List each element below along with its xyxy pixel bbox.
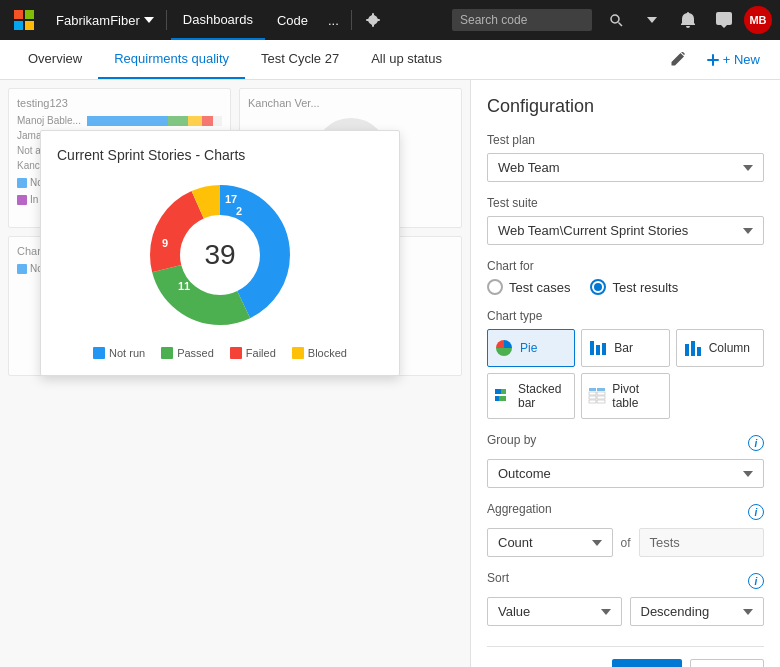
overlay-title: Current Sprint Stories - Charts (57, 147, 383, 163)
chart-type-pie[interactable]: Pie (487, 329, 575, 367)
aggregation-label: Aggregation (487, 502, 552, 516)
svg-rect-31 (597, 388, 605, 391)
svg-rect-20 (590, 341, 594, 355)
chart-for-label: Chart for (487, 259, 764, 273)
sort-info-icon[interactable]: i (748, 573, 764, 589)
radio-test-results[interactable]: Test results (590, 279, 678, 295)
svg-rect-32 (589, 392, 596, 395)
chart-overlay: Current Sprint Stories - Charts (40, 130, 400, 376)
sub-nav: Overview Requirments quality Test Cycle … (0, 40, 780, 80)
group-by-select[interactable]: Outcome (487, 459, 764, 488)
chat-icon[interactable] (708, 4, 740, 36)
nav-dashboards[interactable]: Dashboards (171, 0, 265, 40)
nav-separator-2 (351, 10, 352, 30)
test-plan-section: Test plan Web Team (487, 133, 764, 182)
sort-row: Value Descending (487, 597, 764, 626)
nav-more[interactable]: ... (320, 9, 347, 32)
search-input[interactable] (452, 9, 592, 31)
search-icon[interactable] (600, 4, 632, 36)
aggregation-info-icon[interactable]: i (748, 504, 764, 520)
svg-rect-33 (597, 392, 605, 395)
nav-code[interactable]: Code (265, 0, 320, 40)
svg-rect-30 (589, 388, 596, 391)
tab-overview[interactable]: Overview (12, 40, 98, 79)
sub-nav-actions: + New (663, 40, 768, 79)
svg-rect-22 (602, 343, 606, 355)
chart-type-label: Chart type (487, 309, 764, 323)
chart-for-section: Chart for Test cases Test results (487, 259, 764, 295)
svg-point-4 (611, 15, 619, 23)
chart-type-bar[interactable]: Bar (581, 329, 669, 367)
svg-rect-35 (597, 396, 605, 399)
svg-rect-24 (691, 341, 695, 356)
settings-nav-icon[interactable] (356, 4, 388, 36)
test-suite-section: Test suite Web Team\Current Sprint Stori… (487, 196, 764, 245)
test-plan-select[interactable]: Web Team (487, 153, 764, 182)
donut-legend: Not run Passed Failed Blocked (57, 347, 383, 359)
aggregation-row: Count of Tests (487, 528, 764, 557)
group-by-info-icon[interactable]: i (748, 435, 764, 451)
svg-rect-28 (495, 396, 499, 401)
top-nav: FabrikamFiber Dashboards Code ... (0, 0, 780, 40)
svg-rect-1 (25, 10, 34, 19)
aggregation-count-select[interactable]: Count (487, 528, 613, 557)
svg-line-5 (619, 23, 623, 27)
svg-rect-37 (597, 400, 605, 403)
left-panel: testing123 Manoj Bable... Jamal Hartn... (0, 80, 470, 667)
group-by-section: Group by i Outcome (487, 433, 764, 488)
tab-all-status[interactable]: All up status (355, 40, 458, 79)
radio-circle-test-cases (487, 279, 503, 295)
aggregation-tests-label: Tests (639, 528, 765, 557)
new-button[interactable]: + New (699, 48, 768, 71)
svg-rect-36 (589, 400, 596, 403)
svg-rect-25 (697, 347, 701, 356)
chart-for-radio-group: Test cases Test results (487, 279, 764, 295)
bar-icon (588, 338, 608, 358)
aggregation-section: Aggregation i Count of Tests (487, 502, 764, 557)
sort-direction-select[interactable]: Descending (630, 597, 765, 626)
edit-icon[interactable] (663, 46, 691, 74)
legend-failed: Failed (230, 347, 276, 359)
svg-rect-3 (25, 21, 34, 30)
chart-type-section: Chart type Pie (487, 309, 764, 419)
test-suite-select[interactable]: Web Team\Current Sprint Stories (487, 216, 764, 245)
cancel-button[interactable]: Cancel (690, 659, 764, 667)
svg-rect-21 (596, 345, 600, 355)
save-button[interactable]: Save (612, 659, 682, 667)
legend-not-run: Not run (93, 347, 145, 359)
test-plan-label: Test plan (487, 133, 764, 147)
sort-value-select[interactable]: Value (487, 597, 622, 626)
radio-circle-test-results (590, 279, 606, 295)
svg-rect-2 (14, 21, 23, 30)
org-name[interactable]: FabrikamFiber (48, 9, 162, 32)
nav-separator (166, 10, 167, 30)
svg-rect-34 (589, 396, 596, 399)
group-by-label: Group by (487, 433, 536, 447)
svg-rect-0 (14, 10, 23, 19)
user-avatar[interactable]: MB (744, 6, 772, 34)
config-panel: Configuration Test plan Web Team Test su… (470, 80, 780, 667)
donut-chart: 39 17 11 9 2 (57, 175, 383, 335)
svg-rect-23 (685, 344, 689, 356)
chart-type-grid: Pie Bar (487, 329, 764, 367)
main-content: testing123 Manoj Bable... Jamal Hartn... (0, 80, 780, 667)
tab-test-cycle[interactable]: Test Cycle 27 (245, 40, 355, 79)
sort-section: Sort i Value Descending (487, 571, 764, 626)
test-suite-label: Test suite (487, 196, 764, 210)
svg-rect-29 (499, 396, 506, 401)
tab-requirements-quality[interactable]: Requirments quality (98, 40, 245, 79)
chevron-down-icon[interactable] (636, 4, 668, 36)
chart-type-column[interactable]: Column (676, 329, 764, 367)
sort-label: Sort (487, 571, 509, 585)
stacked-bar-icon (494, 386, 512, 406)
chart-type-stacked-bar[interactable]: Stacked bar (487, 373, 575, 419)
chart-type-grid-2: Stacked bar (487, 373, 764, 419)
chart-type-pivot[interactable]: Pivot table (581, 373, 669, 419)
notifications-icon[interactable] (672, 4, 704, 36)
radio-test-cases[interactable]: Test cases (487, 279, 570, 295)
logo[interactable] (8, 4, 40, 36)
svg-rect-27 (501, 389, 506, 394)
nav-icons: MB (600, 4, 772, 36)
svg-rect-26 (495, 389, 501, 394)
pie-icon (494, 338, 514, 358)
